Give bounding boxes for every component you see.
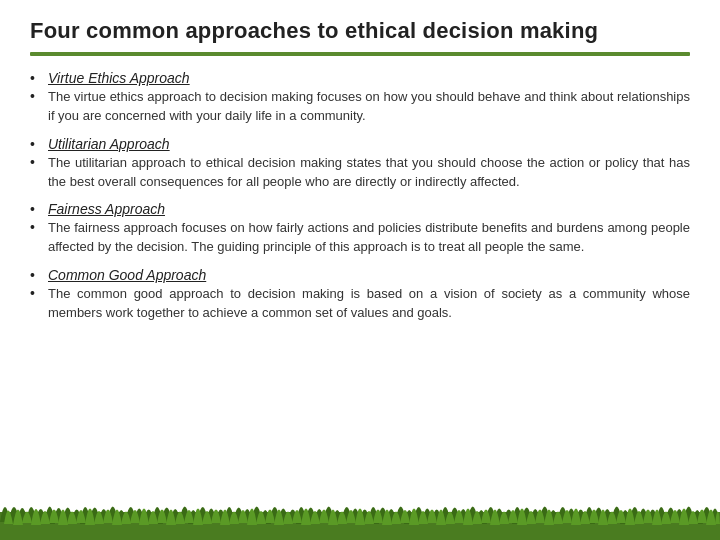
section-fairness: • Fairness Approach • The fairness appro… (30, 201, 690, 257)
section-utilitarian-header: • Utilitarian Approach (30, 136, 690, 152)
bullet-commongood-body: • (30, 285, 42, 301)
fairness-heading: Fairness Approach (48, 201, 165, 217)
utilitarian-heading: Utilitarian Approach (48, 136, 170, 152)
grass-decoration (0, 472, 720, 540)
bullet-virtue-title: • (30, 70, 42, 86)
bullet-fairness-title: • (30, 201, 42, 217)
commongood-body-row: • The common good approach to decision m… (30, 285, 690, 323)
section-virtue: • Virtue Ethics Approach • The virtue et… (30, 70, 690, 126)
page-title: Four common approaches to ethical decisi… (30, 18, 690, 44)
utilitarian-text: The utilitarian approach to ethical deci… (48, 154, 690, 192)
title-underline (30, 52, 690, 56)
utilitarian-body-row: • The utilitarian approach to ethical de… (30, 154, 690, 192)
virtue-text: The virtue ethics approach to decision m… (48, 88, 690, 126)
fairness-body-row: • The fairness approach focuses on how f… (30, 219, 690, 257)
virtue-body-row: • The virtue ethics approach to decision… (30, 88, 690, 126)
commongood-text: The common good approach to decision mak… (48, 285, 690, 323)
section-fairness-header: • Fairness Approach (30, 201, 690, 217)
bullet-utilitarian-title: • (30, 136, 42, 152)
section-commongood-header: • Common Good Approach (30, 267, 690, 283)
section-utilitarian: • Utilitarian Approach • The utilitarian… (30, 136, 690, 192)
commongood-heading: Common Good Approach (48, 267, 206, 283)
virtue-heading: Virtue Ethics Approach (48, 70, 190, 86)
bullet-fairness-body: • (30, 219, 42, 235)
content-area: • Virtue Ethics Approach • The virtue et… (30, 70, 690, 323)
section-commongood: • Common Good Approach • The common good… (30, 267, 690, 323)
slide: Four common approaches to ethical decisi… (0, 0, 720, 540)
bullet-virtue-body: • (30, 88, 42, 104)
section-virtue-header: • Virtue Ethics Approach (30, 70, 690, 86)
bullet-commongood-title: • (30, 267, 42, 283)
bullet-utilitarian-body: • (30, 154, 42, 170)
fairness-text: The fairness approach focuses on how fai… (48, 219, 690, 257)
